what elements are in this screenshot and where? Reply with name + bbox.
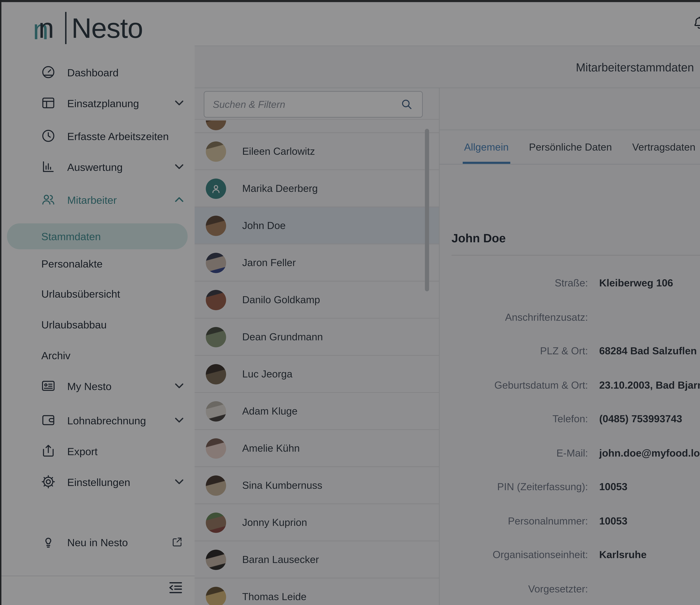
dim-overlay (0, 0, 700, 605)
app-window: n n Nesto Dashboard Einsatzplanung Erfas… (0, 0, 700, 605)
